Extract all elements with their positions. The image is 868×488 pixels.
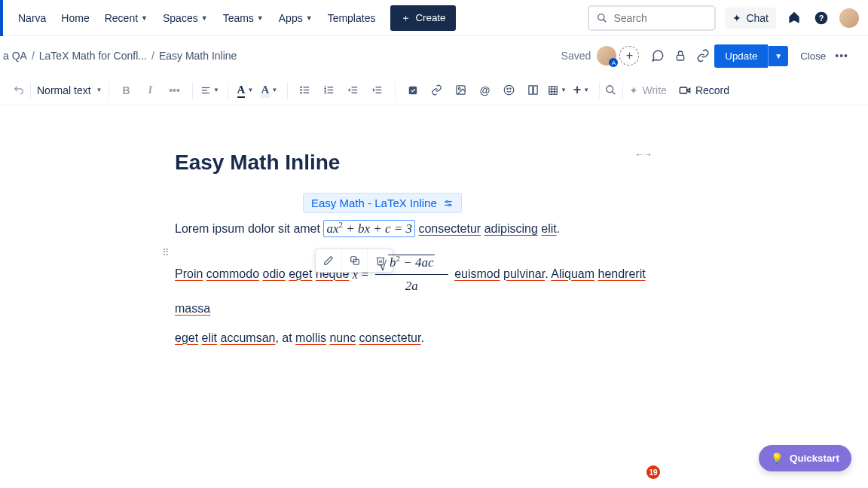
breadcrumb: a QA / LaTeX Math for Confl... / Easy Ma…	[3, 50, 237, 62]
page-title[interactable]: Easy Math Inline	[175, 151, 657, 175]
nav-item-apps[interactable]: Apps▼	[273, 8, 319, 29]
chevron-down-icon: ▼	[257, 14, 264, 22]
update-button[interactable]: Update	[714, 44, 768, 68]
width-handle[interactable]: ← →	[635, 149, 651, 160]
page-header-bar: a QA / LaTeX Math for Confl... / Easy Ma…	[0, 36, 868, 75]
search-input[interactable]	[613, 12, 707, 24]
number-list-button[interactable]: 123	[318, 79, 341, 102]
svg-point-29	[504, 85, 514, 95]
svg-rect-4	[677, 55, 684, 60]
crumb-1[interactable]: a QA	[3, 50, 27, 62]
edit-icon[interactable]	[316, 249, 341, 272]
image-button[interactable]	[450, 79, 472, 102]
saved-status: Saved	[561, 50, 591, 62]
layout-button[interactable]	[522, 79, 545, 102]
link-icon[interactable]	[692, 44, 714, 67]
editor-canvas[interactable]: ← → Easy Math Inline Easy Math - LaTeX I…	[0, 105, 868, 349]
svg-rect-26	[408, 86, 417, 94]
nav-item-teams[interactable]: Teams▼	[217, 8, 270, 29]
more-format-icon[interactable]: •••	[164, 79, 186, 102]
svg-point-10	[301, 90, 301, 90]
chat-icon: ✦	[732, 12, 741, 24]
svg-rect-33	[533, 86, 537, 94]
highlight-color-dropdown[interactable]: A▼	[258, 79, 281, 102]
svg-text:3: 3	[324, 90, 326, 95]
comment-icon[interactable]	[646, 44, 669, 67]
svg-line-40	[612, 91, 615, 94]
table-dropdown[interactable]: ▼	[546, 79, 569, 102]
nav-item-home[interactable]: Home	[55, 8, 95, 29]
macro-chip-latex-inline[interactable]: Easy Math - LaTeX Inline	[303, 193, 462, 213]
chevron-down-icon: ▼	[201, 14, 208, 22]
align-dropdown[interactable]: ▼	[199, 79, 222, 102]
editor-avatar[interactable]	[597, 46, 616, 66]
svg-point-39	[607, 86, 613, 93]
outdent-button[interactable]	[342, 79, 365, 102]
paragraph-3[interactable]: eget elit accumsan, at mollis nunc conse…	[175, 328, 657, 349]
record-button[interactable]: Record	[673, 81, 735, 99]
insert-dropdown[interactable]: +▼	[570, 79, 593, 102]
indent-button[interactable]	[366, 79, 389, 102]
chevron-down-icon: ▼	[141, 14, 148, 22]
italic-button[interactable]: I	[139, 79, 162, 102]
undo-icon[interactable]	[8, 79, 30, 102]
sparkle-icon: ✦	[629, 84, 638, 96]
notification-badge[interactable]: 19	[646, 465, 660, 479]
video-icon	[679, 84, 691, 96]
chat-button[interactable]: ✦Chat	[725, 8, 776, 29]
notifications-icon[interactable]	[785, 9, 803, 27]
svg-point-31	[510, 88, 511, 89]
drag-handle-icon[interactable]: ⠿	[162, 247, 170, 258]
search-input-wrapper[interactable]	[588, 5, 716, 31]
copy-icon[interactable]	[341, 249, 367, 272]
editor-toolbar: Normal text▼ B I ••• ▼ A▼ A▼ 123 @ ▼ +▼ …	[0, 75, 868, 105]
add-person-button[interactable]: +	[619, 46, 639, 66]
svg-point-46	[448, 204, 450, 206]
math-inline-2[interactable]: b2 − 4ac 2a	[375, 252, 448, 298]
action-item-button[interactable]	[402, 79, 424, 102]
svg-point-44	[446, 200, 448, 202]
find-button[interactable]	[600, 79, 622, 102]
svg-point-8	[301, 87, 301, 87]
paragraph-2[interactable]: Proin commodo odio eget neque x = b2 − 4…	[175, 252, 657, 320]
plus-icon: ＋	[401, 11, 411, 25]
nav-item-templates[interactable]: Templates	[322, 8, 382, 29]
link-button[interactable]	[426, 79, 448, 102]
user-avatar[interactable]	[839, 8, 859, 28]
crumb-3[interactable]: Easy Math Inline	[159, 50, 237, 62]
text-style-dropdown[interactable]: Normal text▼	[31, 79, 108, 102]
chevron-down-icon: ▼	[96, 87, 102, 93]
more-actions-icon[interactable]: •••	[830, 50, 853, 62]
svg-point-30	[507, 88, 508, 89]
emoji-button[interactable]	[498, 79, 521, 102]
bullet-list-button[interactable]	[294, 79, 316, 102]
settings-icon	[443, 198, 454, 209]
text-color-dropdown[interactable]: A▼	[234, 79, 257, 102]
bold-button[interactable]: B	[115, 79, 138, 102]
svg-point-12	[301, 93, 301, 93]
svg-line-1	[604, 19, 607, 22]
close-button[interactable]: Close	[796, 44, 830, 68]
update-dropdown[interactable]: ▼	[768, 46, 788, 66]
nav-item-spaces[interactable]: Spaces▼	[157, 8, 214, 29]
math-inline-1[interactable]: ax2 + bx + c = 3	[323, 220, 415, 237]
paragraph-1[interactable]: Lorem ipsum dolor sit amet ax2 + bx + c …	[175, 218, 657, 241]
svg-rect-34	[549, 86, 558, 94]
lock-icon[interactable]	[669, 44, 692, 67]
svg-text:?: ?	[819, 14, 824, 23]
crumb-2[interactable]: LaTeX Math for Confl...	[39, 50, 147, 62]
quickstart-button[interactable]: 💡Quickstart	[759, 445, 851, 471]
chevron-down-icon: ▼	[306, 14, 313, 22]
nav-item-space[interactable]: Narva	[12, 8, 52, 29]
search-icon	[597, 13, 607, 23]
app-logo[interactable]	[0, 0, 3, 36]
help-icon[interactable]: ?	[812, 9, 830, 27]
ai-write-button[interactable]: ✦Write	[623, 81, 673, 99]
svg-rect-32	[529, 86, 533, 94]
create-button[interactable]: ＋Create	[390, 5, 456, 31]
svg-point-0	[598, 14, 604, 20]
mention-button[interactable]: @	[474, 79, 497, 102]
svg-point-28	[458, 87, 460, 90]
nav-item-recent[interactable]: Recent▼	[99, 8, 154, 29]
svg-rect-41	[680, 87, 686, 93]
